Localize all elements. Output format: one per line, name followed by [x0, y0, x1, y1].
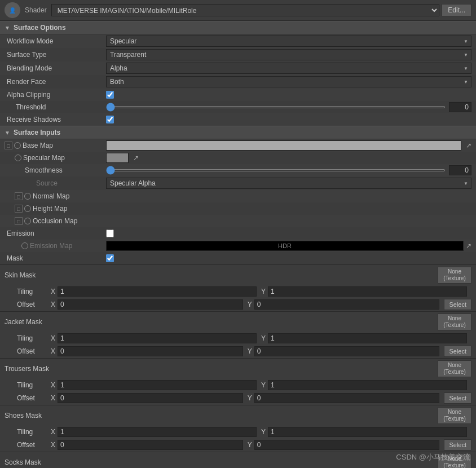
trousers-tiling-y[interactable] [268, 380, 467, 390]
shoes-offset-y[interactable] [254, 440, 440, 450]
tree-icon: □ [5, 142, 12, 149]
base-map-label-group: □ Base Map [5, 142, 106, 149]
emission-map-value: HDR ↗ [106, 241, 471, 251]
hdr-bar[interactable]: HDR [106, 241, 464, 251]
surface-type-dropdown[interactable]: Transparent [106, 49, 471, 60]
emission-value [106, 229, 471, 237]
shoes-tiling-y[interactable] [268, 427, 467, 437]
occlusion-map-row: □ Occlusion Map [0, 215, 476, 227]
skin-mask-none-btn[interactable]: None(Texture) [438, 267, 471, 284]
specular-map-label-group: Specular Map [5, 154, 106, 162]
workflow-mode-dropdown-wrapper: Specular [106, 36, 471, 47]
alpha-clipping-value [106, 91, 471, 99]
threshold-input[interactable]: 0 [449, 102, 471, 112]
shader-dropdown[interactable]: METAVERSE IMAGINATION/Mobile/MILitRole [51, 4, 440, 16]
shoes-tiling-y-label: Y [261, 428, 267, 436]
trousers-select-btn[interactable]: Select [444, 392, 471, 404]
height-circle-icon [24, 205, 31, 212]
edit-button[interactable]: Edit... [442, 4, 471, 16]
smoothness-label: Smoothness [5, 166, 106, 174]
alpha-clipping-label: Alpha Clipping [5, 91, 106, 99]
source-dropdown[interactable]: Specular Alpha [106, 178, 471, 189]
smoothness-slider-container: 0 [106, 165, 471, 175]
skin-tiling-label: Tiling [17, 288, 51, 295]
shoes-select-btn[interactable]: Select [444, 439, 471, 451]
render-face-row: Render Face Both [0, 75, 476, 89]
trousers-tiling-row: Tiling X Y [0, 379, 476, 391]
threshold-value: 0 [106, 102, 471, 112]
socks-mask-label: Socks Mask [5, 458, 438, 466]
surface-type-dropdown-wrapper: Transparent [106, 49, 471, 60]
jacket-tiling-x[interactable] [58, 333, 257, 343]
jacket-tiling-row: Tiling X Y [0, 332, 476, 345]
surface-inputs-title: Surface Inputs [14, 129, 60, 136]
render-face-dropdown[interactable]: Both [106, 76, 471, 87]
render-face-value: Both [106, 76, 471, 87]
emission-checkbox[interactable] [106, 229, 114, 237]
smoothness-row: Smoothness 0 [0, 164, 476, 176]
watermark: CSDN @小马技美交流 [396, 452, 470, 462]
trousers-mask-header: Trousers Mask None(Texture) [0, 359, 476, 379]
trousers-offset-y[interactable] [254, 393, 440, 403]
emission-map-label-group: Emission Map [5, 242, 106, 250]
threshold-slider[interactable] [106, 106, 446, 108]
shoes-offset-x[interactable] [58, 440, 243, 450]
smoothness-input[interactable]: 0 [449, 165, 471, 175]
render-face-dropdown-wrapper: Both [106, 76, 471, 87]
circle-icon [14, 142, 21, 149]
base-map-row: □ Base Map ↗ [0, 139, 476, 152]
trousers-tiling-x[interactable] [58, 380, 257, 390]
mask-checkbox[interactable] [106, 254, 114, 262]
emission-label: Emission [5, 229, 106, 237]
blending-mode-value: Alpha [106, 63, 471, 74]
specular-color-block[interactable] [106, 153, 129, 163]
emission-circle-icon [21, 242, 28, 249]
skin-offset-x[interactable] [58, 299, 243, 310]
header-bar: 👤 Shader METAVERSE IMAGINATION/Mobile/MI… [0, 0, 476, 21]
alpha-clipping-checkbox[interactable] [106, 91, 114, 99]
blending-mode-dropdown[interactable]: Alpha [106, 63, 471, 74]
skin-offset-xy: X Y Select [51, 299, 471, 310]
jacket-tiling-y-label: Y [261, 334, 267, 342]
receive-shadows-checkbox[interactable] [106, 116, 114, 123]
shoes-tiling-x-label: X [51, 428, 56, 436]
skin-tiling-y-label: Y [261, 288, 267, 295]
base-map-preview[interactable] [106, 140, 461, 151]
jacket-offset-xy: X Y Select [51, 346, 471, 357]
specular-map-row: Specular Map ↗ [0, 152, 476, 164]
source-label: Source [5, 179, 106, 187]
trousers-tiling-y-label: Y [261, 381, 267, 389]
threshold-slider-container: 0 [106, 102, 471, 112]
jacket-tiling-y[interactable] [268, 333, 467, 343]
skin-offset-x-label: X [51, 301, 56, 308]
jacket-mask-none-btn[interactable]: None(Texture) [438, 314, 471, 330]
shoes-tiling-x[interactable] [58, 427, 257, 437]
trousers-mask-none-btn[interactable]: None(Texture) [438, 360, 471, 377]
trousers-offset-label: Offset [17, 394, 51, 402]
shoes-tiling-label: Tiling [17, 428, 51, 436]
jacket-offset-y[interactable] [254, 346, 440, 356]
emission-row: Emission [0, 227, 476, 240]
skin-tiling-y[interactable] [268, 286, 467, 297]
skin-mask-label: Skin Mask [5, 271, 438, 279]
skin-select-btn[interactable]: Select [444, 299, 471, 310]
skin-tiling-x[interactable] [58, 286, 257, 297]
jacket-offset-label: Offset [17, 347, 51, 355]
workflow-mode-dropdown[interactable]: Specular [106, 36, 471, 47]
render-face-label: Render Face [5, 78, 106, 86]
base-map-pick-icon[interactable]: ↗ [466, 142, 471, 149]
specular-pick-icon[interactable]: ↗ [133, 154, 139, 162]
jacket-offset-x[interactable] [58, 346, 243, 356]
receive-shadows-value [106, 116, 471, 123]
jacket-select-btn[interactable]: Select [444, 346, 471, 357]
skin-offset-y[interactable] [254, 299, 440, 310]
trousers-offset-x[interactable] [58, 393, 243, 403]
shoes-mask-none-btn[interactable]: None(Texture) [438, 407, 471, 424]
jacket-mask-label: Jacket Mask [5, 318, 438, 326]
normal-map-row: □ Normal Map [0, 190, 476, 202]
receive-shadows-row: Receive Shadows [0, 113, 476, 126]
emission-pick-icon[interactable]: ↗ [466, 242, 471, 250]
smoothness-slider[interactable] [106, 169, 446, 171]
jacket-offset-y-label: Y [248, 347, 253, 355]
trousers-mask-label: Trousers Mask [5, 365, 438, 373]
